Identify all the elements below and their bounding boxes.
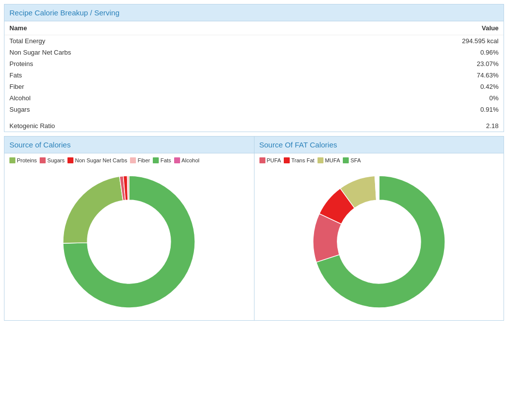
row-name: Sugars: [4, 104, 307, 115]
legend-color: [318, 157, 323, 163]
row-value: 23.07%: [307, 58, 504, 70]
legend-item: PUFA: [259, 157, 281, 163]
legend-label: Sugars: [47, 157, 64, 163]
legend-item: Fiber: [130, 157, 150, 163]
source-fat-panel: PUFATrans FatMUFASFA: [254, 153, 504, 320]
legend-item: SFA: [343, 157, 361, 163]
row-value: 0.42%: [307, 81, 504, 92]
row-value: 0.96%: [307, 47, 504, 58]
ketogenic-value: 2.18: [307, 120, 504, 132]
data-table: Name Value Total Energy294.595 kcalNon S…: [4, 21, 504, 132]
legend-color: [284, 157, 290, 163]
row-name: Proteins: [4, 58, 307, 70]
legend-item: Trans Fat: [284, 157, 315, 163]
source-fat-title: Source Of FAT Calories: [254, 137, 504, 153]
table-row: Alcohol0%: [4, 92, 504, 104]
bottom-section: Source of Calories Source Of FAT Calorie…: [4, 136, 504, 321]
legend-color: [259, 157, 265, 163]
table-row: Sugars0.91%: [4, 104, 504, 115]
row-name: Fats: [4, 70, 307, 81]
legend-item: Non Sugar Net Carbs: [67, 157, 127, 163]
calories-legend: ProteinsSugarsNon Sugar Net CarbsFiberFa…: [9, 157, 249, 163]
legend-item: Proteins: [9, 157, 37, 163]
legend-item: Alcohol: [174, 157, 199, 163]
calories-donut-chart: [60, 172, 198, 311]
charts-header-row: Source of Calories Source Of FAT Calorie…: [4, 137, 504, 153]
legend-label: Fats: [160, 157, 171, 163]
legend-label: Non Sugar Net Carbs: [75, 157, 127, 163]
main-container: Recipe Calorie Breakup / Serving Name Va…: [0, 0, 508, 420]
donut-segment: [127, 176, 129, 200]
fat-donut-container: [259, 167, 499, 316]
table-row: Fats74.63%: [4, 70, 504, 81]
charts-area: ProteinsSugarsNon Sugar Net CarbsFiberFa…: [4, 153, 504, 320]
source-calories-panel: ProteinsSugarsNon Sugar Net CarbsFiberFa…: [4, 153, 254, 320]
row-value: 0.91%: [307, 104, 504, 115]
ketogenic-name: Ketogenic Ratio: [4, 120, 307, 132]
legend-label: PUFA: [267, 157, 281, 163]
row-name: Alcohol: [4, 92, 307, 104]
calories-donut-container: [9, 167, 249, 316]
donut-segment: [63, 176, 123, 243]
legend-label: Proteins: [17, 157, 37, 163]
table-row: Total Energy294.595 kcal: [4, 35, 504, 47]
table-row: Proteins23.07%: [4, 58, 504, 70]
fat-legend: PUFATrans FatMUFASFA: [259, 157, 499, 163]
top-section: Recipe Calorie Breakup / Serving Name Va…: [4, 4, 504, 132]
row-name: Fiber: [4, 81, 307, 92]
legend-label: Fiber: [137, 157, 150, 163]
source-calories-title: Source of Calories: [4, 137, 254, 153]
legend-color: [343, 157, 349, 163]
legend-item: Sugars: [40, 157, 64, 163]
col-name-header: Name: [4, 21, 307, 35]
table-row: Non Sugar Net Carbs0.96%: [4, 47, 504, 58]
legend-item: MUFA: [318, 157, 340, 163]
section-header: Recipe Calorie Breakup / Serving: [4, 4, 504, 21]
legend-color: [130, 157, 136, 163]
legend-item: Fats: [153, 157, 171, 163]
ketogenic-row: Ketogenic Ratio2.18: [4, 120, 504, 132]
legend-color: [174, 157, 180, 163]
row-name: Total Energy: [4, 35, 307, 47]
row-value: 0%: [307, 92, 504, 104]
row-value: 74.63%: [307, 70, 504, 81]
fat-donut-chart: [310, 172, 448, 311]
legend-label: MUFA: [325, 157, 340, 163]
row-value: 294.595 kcal: [307, 35, 504, 47]
table-row: Fiber0.42%: [4, 81, 504, 92]
legend-color: [9, 157, 15, 163]
legend-label: Trans Fat: [291, 157, 315, 163]
legend-label: SFA: [350, 157, 361, 163]
legend-color: [67, 157, 73, 163]
row-name: Non Sugar Net Carbs: [4, 47, 307, 58]
legend-color: [40, 157, 46, 163]
col-value-header: Value: [307, 21, 504, 35]
legend-label: Alcohol: [182, 157, 199, 163]
legend-color: [153, 157, 159, 163]
